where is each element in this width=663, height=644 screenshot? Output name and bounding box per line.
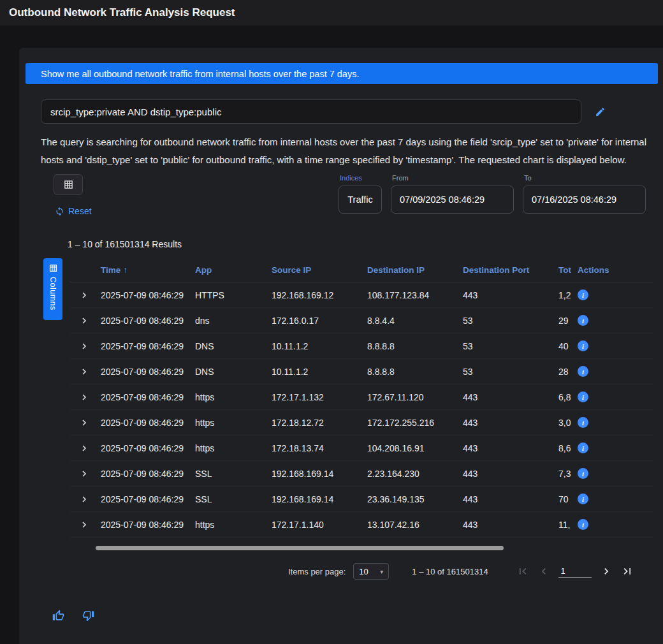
cell-total: 6,8 — [556, 392, 575, 402]
cell-source-ip: 172.17.1.132 — [269, 392, 365, 402]
info-icon[interactable]: i — [578, 519, 588, 530]
cell-app: dns — [193, 316, 269, 326]
row-expand-button[interactable] — [70, 316, 98, 326]
caret-down-icon: ▾ — [380, 568, 383, 575]
cell-actions: i — [575, 443, 613, 453]
refresh-icon — [55, 207, 64, 216]
info-icon[interactable]: i — [578, 315, 588, 326]
page-number-input[interactable] — [558, 565, 592, 578]
row-expand-button[interactable] — [70, 290, 98, 300]
from-datetime-input[interactable]: 07/09/2025 08:46:29 — [391, 186, 514, 214]
cell-destination-port: 53 — [460, 341, 556, 351]
cell-destination-port: 443 — [460, 418, 556, 428]
reset-button[interactable]: Reset — [55, 206, 92, 216]
next-page-button[interactable] — [600, 565, 613, 578]
feedback-bar — [52, 610, 653, 622]
title-bar: Outbound Network Traffic Analysis Reques… — [0, 0, 663, 26]
row-expand-button[interactable] — [70, 494, 98, 504]
row-expand-button[interactable] — [70, 418, 98, 428]
query-explanation: The query is searching for outbound netw… — [41, 133, 653, 169]
header-destination-ip[interactable]: Destination IP — [365, 265, 460, 275]
info-icon[interactable]: i — [578, 443, 588, 453]
info-icon[interactable]: i — [578, 392, 588, 402]
thumbs-down-button[interactable] — [82, 610, 94, 622]
cell-app: https — [193, 443, 269, 453]
cell-destination-port: 53 — [460, 367, 556, 377]
chevron-right-icon — [79, 367, 89, 377]
first-page-button[interactable] — [516, 565, 529, 578]
info-icon[interactable]: i — [578, 289, 588, 300]
table-body: 2025-07-09 08:46:29 HTTPS 192.168.169.12… — [70, 282, 653, 538]
header-source-ip[interactable]: Source IP — [269, 265, 365, 275]
cell-app: https — [193, 520, 269, 530]
cell-source-ip: 172.18.13.74 — [269, 443, 365, 453]
info-icon[interactable]: i — [578, 340, 588, 351]
cell-app: DNS — [193, 367, 269, 377]
cell-destination-ip: 13.107.42.16 — [365, 520, 460, 530]
thumbs-up-button[interactable] — [52, 610, 64, 622]
header-destination-port[interactable]: Destination Port — [460, 265, 556, 275]
cell-total: 7,3 — [556, 469, 575, 479]
row-expand-button[interactable] — [70, 341, 98, 351]
cell-actions: i — [575, 417, 613, 428]
row-expand-button[interactable] — [70, 392, 98, 402]
table-row: 2025-07-09 08:46:29 SSL 192.168.169.14 2… — [70, 487, 653, 512]
cell-total: 29 — [556, 316, 575, 326]
sort-asc-icon: ↑ — [123, 265, 127, 275]
cell-destination-ip: 8.8.4.4 — [365, 316, 460, 326]
controls-row: Reset Indices Traffic From 07/09/2025 08… — [41, 174, 653, 216]
cell-source-ip: 10.11.1.2 — [269, 341, 365, 351]
cell-time: 2025-07-09 08:46:29 — [98, 341, 193, 351]
cell-destination-ip: 8.8.8.8 — [365, 341, 460, 351]
page-title: Outbound Network Traffic Analysis Reques… — [9, 6, 235, 19]
table-zone: Columns Time↑ App Source IP Destination … — [43, 258, 653, 550]
cell-actions: i — [575, 340, 613, 351]
indices-label: Indices — [340, 174, 382, 182]
cell-source-ip: 172.16.0.17 — [269, 316, 365, 326]
row-expand-button[interactable] — [70, 520, 98, 530]
table-view-button[interactable] — [54, 174, 83, 195]
row-expand-button[interactable] — [70, 469, 98, 479]
header-total[interactable]: Tot — [556, 265, 575, 275]
row-expand-button[interactable] — [70, 367, 98, 377]
cell-total: 28 — [556, 367, 575, 377]
cell-destination-ip: 108.177.123.84 — [365, 290, 460, 300]
indices-value[interactable]: Traffic — [339, 186, 382, 214]
row-expand-button[interactable] — [70, 443, 98, 453]
last-page-icon — [621, 565, 634, 578]
pagination-range: 1 – 10 of 161501314 — [412, 567, 488, 576]
last-page-button[interactable] — [621, 565, 634, 578]
cell-destination-ip: 8.8.8.8 — [365, 367, 460, 377]
query-input[interactable] — [41, 99, 581, 124]
cell-app: HTTPS — [193, 290, 269, 300]
cell-app: DNS — [193, 341, 269, 351]
table-row: 2025-07-09 08:46:29 https 172.17.1.132 1… — [70, 384, 653, 410]
horizontal-scrollbar[interactable] — [96, 546, 504, 550]
cell-source-ip: 172.17.1.140 — [269, 520, 365, 530]
items-per-page-value: 10 — [359, 567, 368, 576]
info-icon[interactable]: i — [578, 468, 588, 479]
results-table: Time↑ App Source IP Destination IP Desti… — [70, 258, 653, 550]
info-icon[interactable]: i — [578, 366, 588, 377]
cell-time: 2025-07-09 08:46:29 — [98, 443, 193, 453]
chevron-right-icon — [79, 290, 89, 300]
edit-query-button[interactable] — [595, 106, 606, 117]
header-time[interactable]: Time↑ — [98, 265, 193, 275]
prev-page-button[interactable] — [537, 565, 550, 578]
cell-total: 70 — [556, 494, 575, 504]
cell-total: 8,6 — [556, 443, 575, 453]
info-icon[interactable]: i — [578, 494, 588, 504]
cell-destination-ip: 172.67.11.120 — [365, 392, 460, 402]
to-datetime-input[interactable]: 07/16/2025 08:46:29 — [523, 186, 646, 214]
to-label: To — [524, 174, 646, 182]
items-per-page-select[interactable]: 10 ▾ — [353, 563, 389, 580]
chevron-right-icon — [79, 341, 89, 351]
info-icon[interactable]: i — [578, 417, 588, 428]
header-app[interactable]: App — [193, 265, 269, 275]
columns-button[interactable]: Columns — [43, 258, 62, 320]
main-panel: Show me all outbound network traffic fro… — [19, 48, 663, 644]
cell-destination-port: 443 — [460, 443, 556, 453]
cell-time: 2025-07-09 08:46:29 — [98, 418, 193, 428]
chevron-left-icon — [537, 565, 550, 578]
cell-destination-ip: 2.23.164.230 — [365, 469, 460, 479]
